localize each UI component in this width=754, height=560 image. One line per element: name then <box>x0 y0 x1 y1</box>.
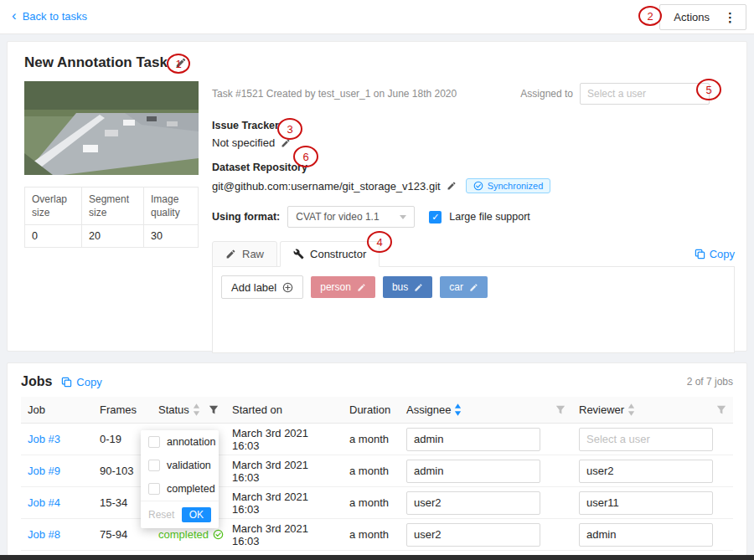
jobs-count: 2 of 7 jobs <box>687 376 733 388</box>
labels-tabs: Raw Constructor Copy <box>212 241 735 267</box>
task-left-column: Overlap size Segment size Image quality … <box>24 81 199 248</box>
col-reviewer: Reviewer <box>579 403 624 416</box>
param-header-quality: Image quality <box>143 188 198 225</box>
filter-option-completed[interactable]: completed <box>141 477 219 501</box>
job-link[interactable]: Job #8 <box>28 528 60 541</box>
annotation-marker-1: 1 <box>167 54 190 74</box>
job-assignee-input[interactable] <box>406 491 540 515</box>
add-label-button[interactable]: Add label <box>221 275 303 299</box>
task-assignee-input[interactable] <box>580 83 710 105</box>
job-reviewer-input[interactable] <box>579 428 713 451</box>
select-caret-icon <box>400 215 406 219</box>
job-duration: a month <box>343 528 400 541</box>
status-sort-icon[interactable] <box>193 403 200 416</box>
job-assignee-input[interactable] <box>406 523 540 547</box>
filter-option-validation-label: validation <box>167 460 211 471</box>
label-chip-bus-name: bus <box>392 281 408 293</box>
filter-option-completed-label: completed <box>167 483 215 495</box>
filter-option-annotation[interactable]: annotation <box>141 430 219 454</box>
edit-label-bus-icon[interactable] <box>414 283 423 292</box>
filter-option-annotation-label: annotation <box>167 436 215 448</box>
job-assignee-input[interactable] <box>406 428 540 451</box>
job-row: Job #9 90-103 March 3rd 2021 16:03 a mon… <box>21 455 733 487</box>
validation-checkbox[interactable] <box>148 460 160 471</box>
sync-check-icon <box>473 181 483 191</box>
job-link[interactable]: Job #4 <box>28 496 60 509</box>
status-completed-icon <box>213 529 224 540</box>
param-value-quality: 30 <box>143 225 198 248</box>
dataset-repository-block: Dataset Repository git@github.com:userna… <box>212 162 735 193</box>
label-chip-person[interactable]: person <box>311 276 375 298</box>
col-started: Started on <box>225 397 343 423</box>
reviewer-filter-icon[interactable] <box>716 405 726 415</box>
param-header-segment: Segment size <box>81 188 143 225</box>
large-file-checkbox[interactable]: ✓ <box>429 211 442 223</box>
status-filter-icon[interactable] <box>209 405 219 415</box>
job-reviewer-input[interactable] <box>579 523 713 547</box>
more-vertical-icon[interactable]: ⋮ <box>721 10 739 25</box>
job-link[interactable]: Job #9 <box>28 465 60 477</box>
dataset-repository-label: Dataset Repository <box>212 162 735 173</box>
job-started: March 3rd 2021 16:03 <box>225 491 343 516</box>
sync-status-label: Synchronized <box>488 181 544 191</box>
back-to-tasks-link[interactable]: ‹ Back to tasks <box>12 10 87 23</box>
label-chip-bus[interactable]: bus <box>383 276 432 298</box>
filter-option-validation[interactable]: validation <box>141 454 219 477</box>
copy-icon <box>61 377 72 388</box>
cvat-task-page: ‹ Back to tasks Actions ⋮ New Annotation… <box>0 0 754 560</box>
edit-label-car-icon[interactable] <box>469 283 478 292</box>
actions-label: Actions <box>674 11 710 23</box>
task-details-card: New Annotation Task Overlap size <box>7 41 747 352</box>
job-frames: 75-94 <box>93 528 152 541</box>
job-status-completed: completed <box>158 528 224 541</box>
raw-tab-pencil-icon <box>225 249 236 259</box>
back-link-label: Back to tasks <box>23 10 87 23</box>
jobs-table: Job Frames Status Started on Duration As… <box>21 397 733 551</box>
assignee-filter-icon[interactable] <box>555 405 566 415</box>
actions-button[interactable]: Actions ⋮ <box>659 4 746 30</box>
labels-constructor-panel: Add label person bus car <box>212 266 735 353</box>
job-row: Job #3 0-19 March 3rd 2021 16:03 a month <box>21 424 733 455</box>
job-started: March 3rd 2021 16:03 <box>225 522 343 547</box>
param-value-overlap: 0 <box>25 225 82 248</box>
job-row: Job #8 75-94 completed March 3rd 2021 16… <box>21 519 733 551</box>
status-filter-dropdown: annotation validation completed Reset OK <box>141 430 219 528</box>
label-chip-car[interactable]: car <box>440 276 488 298</box>
jobs-copy-label: Copy <box>76 376 101 388</box>
annotation-checkbox[interactable] <box>148 436 160 448</box>
col-status: Status <box>158 403 189 416</box>
labels-copy-label: Copy <box>710 248 735 260</box>
tab-constructor[interactable]: Constructor <box>280 241 380 267</box>
job-duration: a month <box>343 496 400 509</box>
jobs-card: Jobs Copy 2 of 7 jobs Job Frames Status … <box>7 362 747 556</box>
format-select[interactable]: CVAT for video 1.1 <box>287 206 415 228</box>
task-title: New Annotation Task <box>24 54 168 71</box>
repository-url: git@github.com:username/git_storage_v123… <box>212 180 441 193</box>
jobs-copy-link[interactable]: Copy <box>61 376 101 388</box>
filter-reset-button[interactable]: Reset <box>148 509 174 521</box>
job-started: March 3rd 2021 16:03 <box>225 427 343 452</box>
reviewer-sort-icon[interactable] <box>627 403 635 416</box>
job-reviewer-input[interactable] <box>579 491 713 515</box>
jobs-title: Jobs <box>21 374 52 389</box>
annotation-marker-2: 2 <box>638 6 662 26</box>
job-link[interactable]: Job #3 <box>28 433 60 445</box>
edit-label-person-icon[interactable] <box>357 283 366 292</box>
filter-ok-button[interactable]: OK <box>182 507 211 522</box>
jobs-table-header: Job Frames Status Started on Duration As… <box>21 397 733 424</box>
param-header-overlap: Overlap size <box>25 188 82 225</box>
job-assignee-input[interactable] <box>406 460 540 483</box>
job-started: March 3rd 2021 16:03 <box>225 459 343 484</box>
col-job: Job <box>21 397 93 423</box>
format-select-value: CVAT for video 1.1 <box>296 211 379 223</box>
job-reviewer-input[interactable] <box>579 460 713 483</box>
assignee-sort-icon[interactable] <box>454 403 462 416</box>
task-parameters-table: Overlap size Segment size Image quality … <box>24 187 199 248</box>
tab-raw[interactable]: Raw <box>212 241 277 267</box>
format-row: Using format: CVAT for video 1.1 ✓ Large… <box>212 206 735 228</box>
edit-repository-icon[interactable] <box>447 181 457 191</box>
labels-copy-link[interactable]: Copy <box>695 248 735 260</box>
completed-checkbox[interactable] <box>148 483 160 495</box>
add-label-plus-icon <box>282 282 293 293</box>
label-chip-car-name: car <box>449 281 463 293</box>
